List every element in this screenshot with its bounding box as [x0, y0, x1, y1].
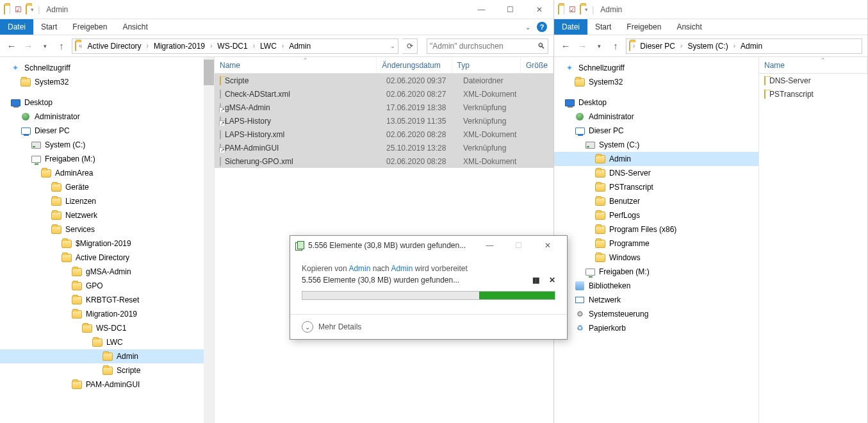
nav-tree[interactable]: ✦SchnellzugriffSystem32DesktopAdministra…: [0, 57, 215, 423]
breadcrumb-segment[interactable]: Admin: [286, 40, 313, 52]
back-button[interactable]: ←: [559, 40, 572, 51]
close-button[interactable]: ✕: [525, 1, 553, 19]
breadcrumb-segment[interactable]: System (C:): [685, 40, 730, 52]
search-box[interactable]: 🔍︎: [427, 38, 548, 54]
column-header-date[interactable]: Änderungsdatum: [377, 57, 452, 73]
tree-item[interactable]: Admin: [0, 349, 214, 363]
breadcrumb-segment[interactable]: LWC: [258, 40, 279, 52]
back-button[interactable]: ←: [5, 40, 18, 51]
breadcrumb-segment[interactable]: Dieser PC: [637, 40, 678, 52]
up-button[interactable]: ↑: [55, 40, 68, 51]
tab-view[interactable]: Ansicht: [669, 19, 709, 35]
tree-item[interactable]: System32: [0, 75, 214, 89]
chevron-right-icon[interactable]: ›: [632, 42, 636, 49]
breadcrumb-segment[interactable]: Admin: [738, 40, 765, 52]
tree-item[interactable]: Programme: [554, 236, 758, 251]
tree-item[interactable]: ✦Schnellzugriff: [0, 61, 214, 75]
tree-item[interactable]: $Migration-2019: [0, 236, 214, 251]
help-icon[interactable]: ?: [537, 22, 547, 32]
dest-link[interactable]: Admin: [391, 264, 413, 273]
tree-item[interactable]: Admin: [554, 152, 758, 166]
minimize-button[interactable]: —: [475, 236, 504, 254]
tree-item[interactable]: PSTranscript: [554, 180, 758, 194]
tree-item[interactable]: AdminArea: [0, 166, 214, 180]
tab-start[interactable]: Start: [587, 19, 619, 35]
chevron-right-icon[interactable]: «: [78, 42, 84, 49]
tree-item[interactable]: Netzwerk: [554, 293, 758, 307]
tree-item[interactable]: Dieser PC: [0, 124, 214, 138]
tree-item[interactable]: GPO: [0, 279, 214, 293]
chevron-right-icon[interactable]: ›: [209, 42, 213, 49]
recent-dropdown-icon[interactable]: ▾: [593, 43, 605, 49]
breadcrumb-segment[interactable]: WS-DC1: [215, 40, 250, 52]
tree-item[interactable]: Dieser PC: [554, 124, 758, 138]
tree-item[interactable]: Geräte: [0, 180, 214, 194]
search-icon[interactable]: 🔍︎: [537, 42, 545, 51]
properties-icon[interactable]: ☑: [15, 5, 22, 14]
tree-item[interactable]: gMSA-Admin: [0, 265, 214, 279]
maximize-button[interactable]: ☐: [504, 236, 533, 254]
chevron-down-icon[interactable]: ⌄: [525, 24, 530, 31]
chevron-right-icon[interactable]: ›: [679, 42, 684, 49]
tree-item[interactable]: Migration-2019: [0, 307, 214, 321]
tree-item[interactable]: Freigaben (M:): [0, 152, 214, 166]
tree-item[interactable]: System (C:): [554, 138, 758, 152]
table-row[interactable]: Sicherung-GPO.xml02.06.2020 08:28XML-Dok…: [215, 154, 553, 168]
tree-item[interactable]: Bibliotheken: [554, 279, 758, 293]
tab-share[interactable]: Freigeben: [619, 19, 669, 35]
tree-item[interactable]: Lizenzen: [0, 194, 214, 208]
column-header-size[interactable]: Größe: [521, 57, 553, 73]
cancel-button[interactable]: ✕: [549, 276, 555, 285]
scrollbar-thumb[interactable]: [204, 60, 214, 85]
tree-item[interactable]: ♻Papierkorb: [554, 321, 758, 335]
table-row[interactable]: Check-ADStart.xml02.06.2020 08:27XML-Dok…: [215, 87, 553, 101]
table-row[interactable]: LAPS-History.xml02.06.2020 08:28XML-Doku…: [215, 128, 553, 141]
tree-item[interactable]: KRBTGT-Reset: [0, 293, 214, 307]
chevron-down-icon[interactable]: ⌄: [302, 321, 313, 333]
breadcrumb-dropdown-icon[interactable]: ⌄: [390, 42, 395, 49]
tree-item[interactable]: Freigaben (M:): [554, 265, 758, 279]
tree-item[interactable]: ⚙Systemsteuerung: [554, 307, 758, 321]
folder-icon[interactable]: [580, 5, 581, 14]
tab-file[interactable]: Datei: [0, 19, 33, 35]
table-row[interactable]: DNS-Server: [759, 74, 867, 87]
folder-icon[interactable]: [26, 5, 27, 14]
tree-item[interactable]: System (C:): [0, 138, 214, 152]
tree-item[interactable]: WS-DC1: [0, 321, 214, 335]
column-header-name[interactable]: Name⌃: [759, 57, 867, 73]
minimize-button[interactable]: —: [467, 1, 496, 19]
close-button[interactable]: ✕: [533, 236, 562, 254]
tree-item[interactable]: Netzwerk: [0, 208, 214, 222]
table-row[interactable]: PAM-AdminGUI25.10.2019 13:28Verknüpfung: [215, 141, 553, 154]
forward-button[interactable]: →: [576, 40, 589, 51]
tree-item[interactable]: LWC: [0, 335, 214, 349]
search-input[interactable]: [430, 42, 537, 51]
more-details-link[interactable]: Mehr Details: [318, 322, 361, 331]
column-header-type[interactable]: Typ: [452, 57, 521, 73]
tree-item[interactable]: Scripte: [0, 363, 214, 377]
breadcrumb-segment[interactable]: Migration-2019: [151, 40, 208, 52]
tab-view[interactable]: Ansicht: [115, 19, 155, 35]
tree-item[interactable]: PAM-AdminGUI: [0, 377, 214, 392]
tree-item[interactable]: Desktop: [0, 95, 214, 110]
tree-item[interactable]: Active Directory: [0, 251, 214, 265]
breadcrumb[interactable]: › Dieser PC › System (C:) › Admin: [626, 38, 862, 54]
chevron-right-icon[interactable]: ›: [281, 42, 285, 49]
chevron-right-icon[interactable]: ›: [145, 42, 150, 49]
tree-item[interactable]: PerfLogs: [554, 208, 758, 222]
tree-item[interactable]: Administrator: [0, 110, 214, 124]
tree-item[interactable]: DNS-Server: [554, 166, 758, 180]
dialog-titlebar[interactable]: 5.556 Elemente (30,8 MB) wurden gefunden…: [290, 236, 567, 255]
scrollbar[interactable]: [204, 57, 214, 423]
tree-item[interactable]: ✦Schnellzugriff: [554, 61, 758, 75]
qat-dropdown-icon[interactable]: ▾: [585, 6, 588, 13]
chevron-right-icon[interactable]: ›: [252, 42, 256, 49]
tab-share[interactable]: Freigeben: [65, 19, 115, 35]
table-row[interactable]: gMSA-Admin17.06.2019 18:38Verknüpfung: [215, 101, 553, 114]
nav-tree[interactable]: ✦SchnellzugriffSystem32DesktopAdministra…: [554, 57, 759, 423]
tab-start[interactable]: Start: [33, 19, 65, 35]
column-header-name[interactable]: Name⌃: [215, 57, 377, 73]
qat-dropdown-icon[interactable]: ▾: [31, 6, 34, 13]
refresh-button[interactable]: ⟳: [402, 38, 418, 54]
tree-item[interactable]: Benutzer: [554, 194, 758, 208]
